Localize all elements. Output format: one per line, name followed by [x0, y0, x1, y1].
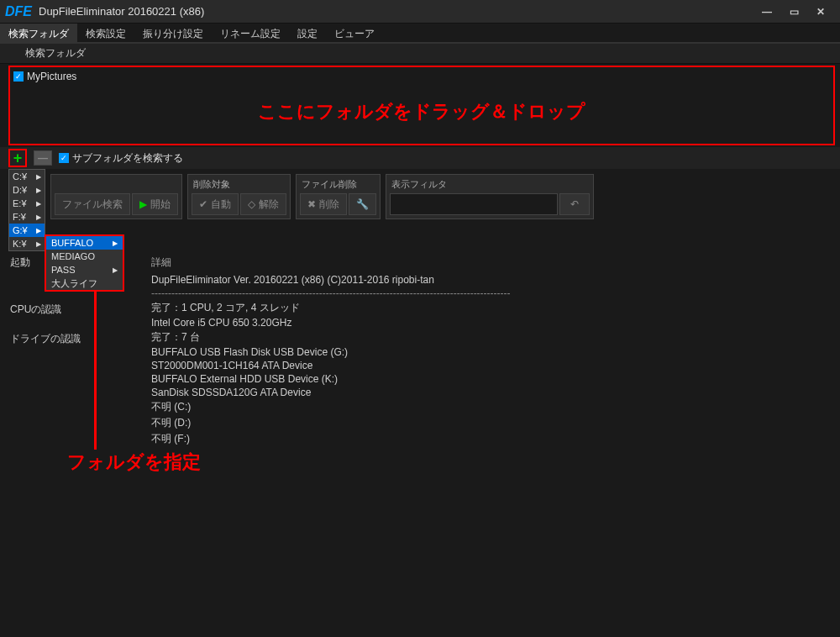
add-folder-button[interactable]: + [8, 149, 27, 167]
tool-button[interactable]: 🔧 [349, 193, 376, 215]
play-icon: ▶ [139, 198, 147, 210]
check-icon: ✔ [199, 198, 207, 210]
detail-drive-1: BUFFALO USB Flash Disk USB Device (G:) [151, 345, 835, 359]
start-button[interactable]: ▶開始 [132, 193, 178, 215]
search-group-header [53, 176, 180, 192]
window-title: DupFileEliminator 20160221 (x86) [39, 5, 759, 18]
side-drive: ドライブの認識 [8, 329, 151, 358]
detail-drive-5: 不明 (C:) [151, 399, 835, 415]
folder-item[interactable]: ✓ MyPictures [13, 71, 830, 82]
detail-version: DupFileEliminator Ver. 20160221 (x86) (C… [151, 273, 835, 287]
drive-f[interactable]: F:¥▶ [9, 210, 45, 224]
auto-button[interactable]: ✔自動 [192, 193, 239, 215]
subfolder-checkbox[interactable]: ✓ [59, 153, 69, 163]
file-delete-group: ファイル削除 ✖削除 🔧 [296, 174, 381, 219]
panel-header: 検索フォルダ [0, 44, 840, 64]
side-cpu: CPUの認識 [8, 282, 151, 329]
undo-icon: ↶ [570, 198, 579, 210]
delete-target-group: 削除対象 ✔自動 ◇解除 [187, 174, 291, 219]
detail-drive-done: 完了：7 台 [151, 329, 835, 345]
drive-e[interactable]: E:¥▶ [9, 197, 45, 210]
maximize-button[interactable]: ▭ [786, 4, 801, 19]
app-logo: DFE [5, 4, 32, 19]
tab-rename-settings[interactable]: リネーム設定 [212, 24, 289, 42]
tab-viewer[interactable]: ビューア [326, 24, 383, 42]
titlebar: DFE DupFileEliminator 20160221 (x86) — ▭… [0, 0, 840, 24]
action-groups: ファイル検索 ▶開始 削除対象 ✔自動 ◇解除 ファイル削除 ✖削除 🔧 表示フ… [50, 174, 594, 219]
drive-c[interactable]: C:¥▶ [9, 170, 45, 183]
drive-d[interactable]: D:¥▶ [9, 183, 45, 197]
drive-row: C:¥▶ D:¥▶ E:¥▶ F:¥▶ G:¥▶ K:¥▶ BUFFALO▶ M… [0, 169, 840, 250]
tab-search-settings[interactable]: 検索設定 [77, 24, 134, 42]
detail-drive-2: ST2000DM001-1CH164 ATA Device [151, 359, 835, 372]
filter-input[interactable] [390, 193, 558, 215]
details-area: 起動 CPUの認識 ドライブの認識 詳細 DupFileEliminator V… [8, 252, 835, 447]
detail-separator: ----------------------------------------… [151, 287, 835, 300]
wrench-icon: 🔧 [356, 198, 369, 210]
subfolder-label: サブフォルダを検索する [72, 151, 183, 166]
detail-drive-4: SanDisk SDSSDA120G ATA Device [151, 386, 835, 399]
file-search-button[interactable]: ファイル検索 [55, 193, 130, 215]
x-icon: ✖ [307, 198, 316, 210]
filter-group: 表示フィルタ ↶ [386, 174, 594, 219]
detail-cpu-model: Intel Core i5 CPU 650 3.20GHz [151, 316, 835, 329]
folder-checkbox[interactable]: ✓ [13, 71, 24, 82]
drive-context-menu: C:¥▶ D:¥▶ E:¥▶ F:¥▶ G:¥▶ K:¥▶ [8, 169, 45, 251]
drive-k[interactable]: K:¥▶ [9, 237, 45, 250]
folder-dropzone[interactable]: ✓ MyPictures ここにフォルダをドラッグ＆ドロップ [8, 66, 835, 145]
detail-cpu-done: 完了：1 CPU, 2 コア, 4 スレッド [151, 300, 835, 316]
folder-name: MyPictures [27, 71, 76, 82]
tab-sort-settings[interactable]: 振り分け設定 [134, 24, 212, 42]
submenu-buffalo[interactable]: BUFFALO▶ [46, 236, 123, 250]
side-panel: 起動 CPUの認識 ドライブの認識 [8, 252, 151, 447]
tab-search-folder[interactable]: 検索フォルダ [0, 24, 77, 42]
delete-button[interactable]: ✖削除 [300, 193, 347, 215]
drive-g[interactable]: G:¥▶ [9, 224, 45, 237]
detail-drive-7: 不明 (F:) [151, 431, 835, 447]
remove-folder-button[interactable]: — [34, 150, 52, 166]
subfolder-checkbox-row[interactable]: ✓ サブフォルダを検索する [59, 151, 183, 166]
filter-header: 表示フィルタ [388, 176, 591, 192]
folder-toolbar: + — ✓ サブフォルダを検索する [0, 147, 840, 169]
file-delete-header: ファイル削除 [298, 176, 378, 192]
delete-target-header: 削除対象 [190, 176, 288, 192]
tab-settings[interactable]: 設定 [289, 24, 326, 42]
clear-icon: ◇ [248, 198, 255, 210]
detail-header: 詳細 [151, 252, 835, 273]
clear-button[interactable]: ◇解除 [240, 193, 286, 215]
dropzone-overlay-text: ここにフォルダをドラッグ＆ドロップ [10, 99, 833, 124]
detail-body: 詳細 DupFileEliminator Ver. 20160221 (x86)… [151, 252, 835, 447]
detail-drive-3: BUFFALO External HDD USB Device (K:) [151, 372, 835, 386]
close-button[interactable]: ✕ [813, 4, 828, 19]
main-tabs: 検索フォルダ 検索設定 振り分け設定 リネーム設定 設定 ビューア [0, 24, 840, 44]
side-boot: 起動 [8, 252, 151, 282]
window-controls: — ▭ ✕ [759, 4, 840, 19]
undo-button[interactable]: ↶ [559, 193, 590, 215]
search-group: ファイル検索 ▶開始 [50, 174, 182, 219]
detail-drive-6: 不明 (D:) [151, 415, 835, 431]
annotation-line [94, 292, 97, 450]
minimize-button[interactable]: — [759, 4, 774, 19]
annotation-text: フォルダを指定 [67, 450, 201, 475]
